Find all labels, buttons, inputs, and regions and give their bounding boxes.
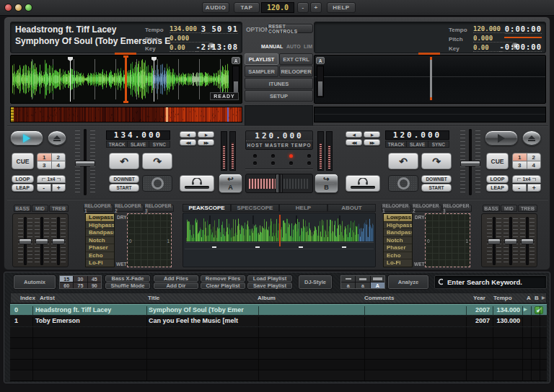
deck-a-eq-mid-fader[interactable] [34, 217, 50, 265]
tab-peakscope[interactable]: PEAKSCOPE [183, 204, 231, 212]
deck-b-slave-button[interactable]: SLAVE [407, 141, 428, 147]
help-button[interactable]: HELP [327, 2, 356, 13]
deck-a-loop-minus-button[interactable]: - [37, 184, 51, 192]
deck-a-leap-button[interactable]: LEAP [12, 184, 34, 192]
col-artist[interactable]: Artist [40, 295, 55, 301]
deck-a-nudge-fwd-button[interactable]: ▶ [198, 131, 214, 138]
deck-a-play-button[interactable] [10, 130, 43, 146]
tab-help[interactable]: HELP [279, 204, 327, 212]
deck-b-seek-fwd-button[interactable]: ▶▶ [364, 139, 380, 146]
crossfader[interactable] [245, 174, 313, 193]
filter-notch[interactable]: Notch [384, 237, 412, 245]
col-tempo[interactable]: Tempo [493, 295, 512, 301]
deck-b-cue-button[interactable]: CUE [486, 153, 509, 169]
filter-bandpass[interactable]: Bandpass [384, 229, 412, 237]
deck-b-eject-button[interactable] [522, 130, 541, 146]
col-b[interactable]: B [535, 295, 539, 301]
tab-itunes[interactable]: ITUNES [245, 78, 313, 89]
deck-b-loop-minus-button[interactable]: - [512, 184, 527, 192]
col-title[interactable]: Title [148, 295, 159, 301]
deck-a-key-value[interactable]: 0.00 [170, 44, 198, 52]
deck-a-downbeat-button[interactable]: DOWNBT [109, 175, 139, 183]
deck-a-eq-treb-fader[interactable] [50, 217, 66, 265]
deck-a-bend-back-button[interactable]: ↶ [109, 153, 139, 169]
deck-a-start-button[interactable]: START [109, 184, 139, 192]
deck-b-pad-4[interactable]: 4 [527, 161, 541, 169]
filter-bandpass[interactable]: Bandpass [86, 229, 114, 237]
shuffle-mode-button[interactable]: Shuffle Mode [105, 282, 150, 289]
tab-relooper[interactable]: RELOOPER [279, 66, 313, 77]
deck-a-seek-back-button[interactable]: ◀◀ [180, 139, 196, 146]
deck-a-playhead[interactable] [125, 55, 127, 103]
deck-b-bend-fwd-button[interactable]: ↷ [421, 153, 452, 169]
filter-echo[interactable]: Echo [384, 252, 412, 260]
deck-a-marker-button[interactable]: A [232, 57, 240, 64]
deck-b-play-button[interactable] [485, 130, 518, 146]
col-index[interactable]: Index [20, 295, 35, 301]
table-row-empty[interactable] [10, 327, 547, 338]
deck-b-bend-back-button[interactable]: ↶ [388, 153, 418, 169]
deck-a-loop-plus-button[interactable]: + [52, 184, 66, 192]
deck-a-pad-2[interactable]: 2 [52, 153, 66, 161]
deck-b-pad-2[interactable]: 2 [527, 153, 541, 161]
deck-b-eq-treb-tab[interactable]: TREB [518, 205, 537, 212]
load-playlist-button[interactable]: Load Playlist [247, 275, 292, 282]
col-a[interactable]: A [527, 295, 531, 301]
automix-time-90[interactable]: 90 [88, 282, 101, 288]
maximize-icon[interactable] [25, 4, 32, 12]
filter-lowpass[interactable]: Lowpass [86, 214, 114, 222]
deck-b-fx-xy-pad[interactable]: 01 [425, 213, 470, 267]
reset-controls-button[interactable]: RESET CONTROLS [268, 24, 313, 33]
deck-a-eq-bass-fader[interactable] [17, 217, 33, 265]
filter-lofi[interactable]: Lo-Fi [384, 259, 412, 267]
font-size-med[interactable]: a [356, 282, 369, 288]
automix-time-30[interactable]: 30 [74, 276, 87, 282]
deck-a-eq-bass-tab[interactable]: BASS [14, 205, 31, 212]
deck-b-loop-size-display[interactable]: 1x4 [512, 175, 541, 183]
table-row-empty[interactable] [10, 370, 547, 381]
remove-files-button[interactable]: Remove Files [201, 275, 245, 282]
filter-highpass[interactable]: Highpass [384, 222, 412, 230]
deck-a-headphone-button[interactable] [180, 175, 214, 192]
table-row-empty[interactable] [10, 338, 547, 349]
deck-b-seek-back-button[interactable]: ◀◀ [346, 139, 362, 146]
deck-a-pitch-fader[interactable] [74, 129, 97, 195]
close-icon[interactable] [4, 4, 12, 12]
deck-b-track-button[interactable]: TRACK [386, 141, 407, 147]
deck-b-pitch-fader[interactable] [459, 129, 482, 195]
deck-b-eq-mid-fader[interactable] [503, 217, 519, 265]
add-files-button[interactable]: Add Files [154, 275, 198, 282]
dj-style-button[interactable]: DJ-Style [299, 275, 332, 289]
deck-b-key-value[interactable]: 0.00 [473, 44, 502, 52]
deck-a-pad-4[interactable]: 4 [52, 161, 66, 169]
deck-a-cue-button[interactable]: CUE [12, 153, 34, 169]
deck-b-loop-plus-button[interactable]: + [527, 184, 542, 192]
deck-b-pad-3[interactable]: 3 [513, 161, 527, 169]
deck-b-relooper-2-tab[interactable]: RELOOPER 2 [412, 205, 441, 212]
bpm-plus-button[interactable]: + [310, 2, 322, 13]
analyze-button[interactable]: Analyze [388, 275, 428, 289]
deck-b-sync-button[interactable]: SYNC [428, 141, 449, 147]
deck-a-seek-fwd-button[interactable]: ▶▶ [198, 139, 214, 146]
deck-a-relooper-2-tab[interactable]: RELOOPER 2 [114, 205, 144, 212]
deck-a-overview-position[interactable] [166, 107, 168, 122]
deck-b-headphone-button[interactable] [346, 175, 380, 192]
tab-setup[interactable]: SETUP [245, 90, 313, 102]
col-play-icon[interactable]: ▶ [542, 295, 545, 300]
deck-a-slave-button[interactable]: SLAVE [128, 141, 149, 147]
xfade-assign-b-button[interactable]: ↪ B [315, 174, 338, 193]
font-size-small[interactable]: a [341, 282, 355, 288]
font-size-med-bar[interactable] [356, 276, 369, 282]
bass-xfade-button[interactable]: Bass X-Fade [105, 275, 150, 282]
crossfader-thumb[interactable] [276, 174, 283, 193]
filter-notch[interactable]: Notch [86, 237, 114, 245]
headphone-volume-bar[interactable] [185, 186, 209, 189]
deck-a-eq-treb-tab[interactable]: TREB [49, 205, 69, 212]
tab-playlist[interactable]: PLAYLIST [245, 53, 278, 65]
tab-ext-ctrl[interactable]: EXT CTRL [279, 53, 313, 65]
xfade-assign-a-button[interactable]: ↩ A [219, 174, 242, 193]
deck-a-nudge-back-button[interactable]: ◀ [180, 131, 196, 138]
table-row-empty[interactable] [10, 360, 547, 370]
deck-b-relooper-1-tab[interactable]: RELOOPER 1 [382, 205, 411, 212]
automix-time-60[interactable]: 60 [60, 282, 73, 288]
